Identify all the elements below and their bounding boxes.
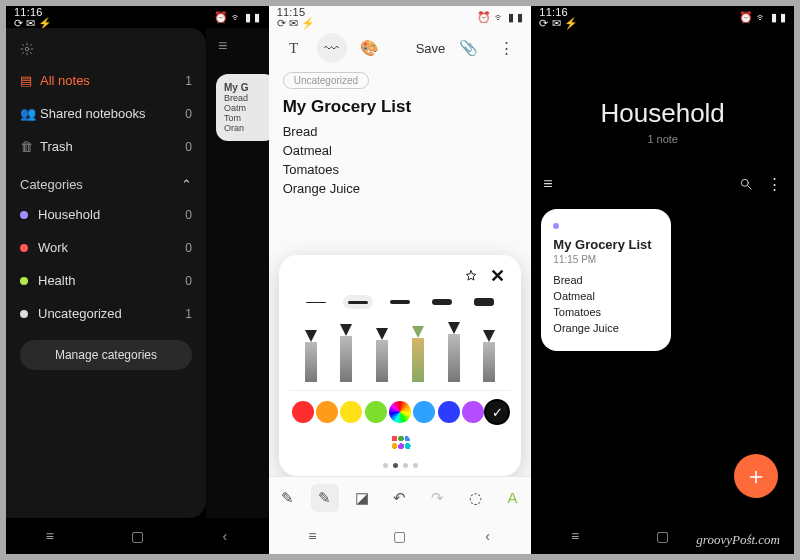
star-icon: [464, 269, 478, 283]
lasso-tool-button[interactable]: ◌: [461, 484, 489, 512]
pen-tip-option[interactable]: [371, 328, 393, 382]
note-card-peek[interactable]: My G Bread Oatm Tom Oran: [216, 74, 269, 141]
save-button[interactable]: Save: [416, 41, 446, 56]
category-chip[interactable]: Uncategorized: [283, 72, 369, 89]
pen-mode-button[interactable]: 〰: [317, 33, 347, 63]
color-swatch[interactable]: [316, 401, 338, 423]
hamburger-icon[interactable]: ≡: [218, 37, 227, 55]
pen-tip-option[interactable]: [300, 330, 322, 382]
doc-title[interactable]: My Grocery List: [283, 97, 518, 117]
color-row: [289, 391, 512, 457]
drawer-item-label: Uncategorized: [38, 306, 185, 321]
color-swatch[interactable]: [340, 401, 362, 423]
category-dot-icon: [20, 211, 28, 219]
status-left-icons: ⟳ ✉ ⚡: [539, 18, 578, 29]
stroke-option[interactable]: [301, 295, 331, 309]
settings-button[interactable]: [6, 38, 206, 64]
more-button[interactable]: ⋮: [491, 33, 521, 63]
doc-line: Orange Juice: [283, 180, 518, 199]
wifi-icon: ᯤ: [231, 12, 242, 23]
drawer-item-count: 0: [185, 241, 192, 255]
drawer-item-trash[interactable]: 🗑 Trash 0: [6, 130, 206, 163]
nav-back-button[interactable]: ‹: [468, 528, 508, 544]
stroke-option[interactable]: [385, 295, 415, 309]
favorite-button[interactable]: [464, 269, 478, 283]
stroke-option[interactable]: [343, 295, 373, 309]
paperclip-icon: 📎: [459, 39, 478, 57]
more-button[interactable]: ⋮: [767, 175, 782, 193]
paint-mode-button[interactable]: 🎨: [355, 33, 385, 63]
color-custom-swatch[interactable]: [389, 433, 411, 455]
drawer-item-label: All notes: [40, 73, 185, 88]
note-card-line: Orange Juice: [553, 321, 659, 337]
drawer-item-count: 0: [185, 208, 192, 222]
color-rainbow-swatch[interactable]: [389, 401, 411, 423]
search-button[interactable]: [739, 177, 753, 191]
color-swatch-selected[interactable]: [486, 401, 508, 423]
attach-button[interactable]: 📎: [453, 33, 483, 63]
drawer-item-shared[interactable]: 👥 Shared notebooks 0: [6, 97, 206, 130]
manage-categories-button[interactable]: Manage categories: [20, 340, 192, 370]
undo-button[interactable]: ↶: [386, 484, 414, 512]
status-time: 11:15: [277, 6, 306, 18]
new-note-fab[interactable]: ＋: [734, 454, 778, 498]
close-palette-button[interactable]: ✕: [490, 265, 505, 287]
color-swatch[interactable]: [438, 401, 460, 423]
battery-icon: ▮: [254, 12, 260, 23]
stroke-option[interactable]: [469, 295, 499, 309]
battery-icon: ▮: [517, 12, 523, 23]
nav-home-button[interactable]: ▢: [380, 528, 420, 544]
drawer-categories-header[interactable]: Categories ⌃: [6, 163, 206, 198]
status-left: 11:16 ⟳ ✉ ⚡: [14, 6, 53, 29]
nav-home-button[interactable]: ▢: [643, 528, 683, 544]
status-right-icons: ⏰ ᯤ ▮ ▮: [477, 12, 524, 23]
bolt-icon: ⚡: [301, 18, 315, 29]
pen-tip-option[interactable]: [443, 322, 465, 382]
pen-tip-option[interactable]: [478, 330, 500, 382]
nav-recents-button[interactable]: ≡: [292, 528, 332, 544]
lasso-icon: ◌: [469, 489, 482, 507]
drawer-category-work[interactable]: Work 0: [6, 231, 206, 264]
note-card-line: Oatm: [224, 103, 268, 113]
alarm-icon: ⏰: [739, 12, 753, 23]
redo-button[interactable]: ↷: [423, 484, 451, 512]
sync-icon: ⟳: [277, 18, 286, 29]
editor-document[interactable]: Uncategorized My Grocery List Bread Oatm…: [269, 68, 532, 198]
hamburger-button[interactable]: ≡: [543, 175, 552, 193]
search-icon: [739, 177, 753, 191]
color-swatch[interactable]: [413, 401, 435, 423]
nav-recents-button[interactable]: ≡: [555, 528, 595, 544]
highlighter-tool-button[interactable]: ✎: [311, 484, 339, 512]
nav-home-button[interactable]: ▢: [117, 528, 157, 544]
color-swatch[interactable]: [462, 401, 484, 423]
drawer-category-health[interactable]: Health 0: [6, 264, 206, 297]
category-dot-icon: [20, 277, 28, 285]
palette-pager[interactable]: [289, 457, 512, 470]
drawer-category-uncategorized[interactable]: Uncategorized 1: [6, 297, 206, 330]
category-chip-label: Uncategorized: [294, 75, 358, 86]
signal-icon: ▮: [245, 12, 251, 23]
status-bar: 11:16 ⟳ ✉ ⚡ ⏰ ᯤ ▮ ▮: [531, 6, 794, 28]
color-swatch[interactable]: [292, 401, 314, 423]
pen-tip-option[interactable]: [335, 324, 357, 382]
color-swatch[interactable]: [365, 401, 387, 423]
hamburger-icon: ≡: [543, 175, 552, 192]
nav-back-button[interactable]: ‹: [205, 528, 245, 544]
drawer-item-all-notes[interactable]: ▤ All notes 1: [6, 64, 206, 97]
more-vert-icon: ⋮: [499, 39, 514, 57]
doc-body[interactable]: Bread Oatmeal Tomatoes Orange Juice: [283, 123, 518, 198]
note-card-line: Tom: [224, 113, 268, 123]
note-card[interactable]: My Grocery List 11:15 PM Bread Oatmeal T…: [541, 209, 671, 351]
stroke-option[interactable]: [427, 295, 457, 309]
pen-tip-option[interactable]: [407, 326, 429, 382]
nav-recents-button[interactable]: ≡: [30, 528, 70, 544]
eraser-tool-button[interactable]: ◪: [348, 484, 376, 512]
drawer-category-household[interactable]: Household 0: [6, 198, 206, 231]
text-recognition-button[interactable]: A: [499, 484, 527, 512]
pen-tool-button[interactable]: ✎: [273, 484, 301, 512]
phone-editor-screen: 11:15 ⟳ ✉ ⚡ ⏰ ᯤ ▮ ▮ T 〰 🎨 Save 📎 ⋮ Uncat…: [269, 6, 532, 554]
highlighter-icon: ✎: [318, 489, 331, 507]
nav-back-button[interactable]: ‹: [730, 528, 770, 544]
doc-line: Bread: [283, 123, 518, 142]
text-mode-button[interactable]: T: [279, 33, 309, 63]
